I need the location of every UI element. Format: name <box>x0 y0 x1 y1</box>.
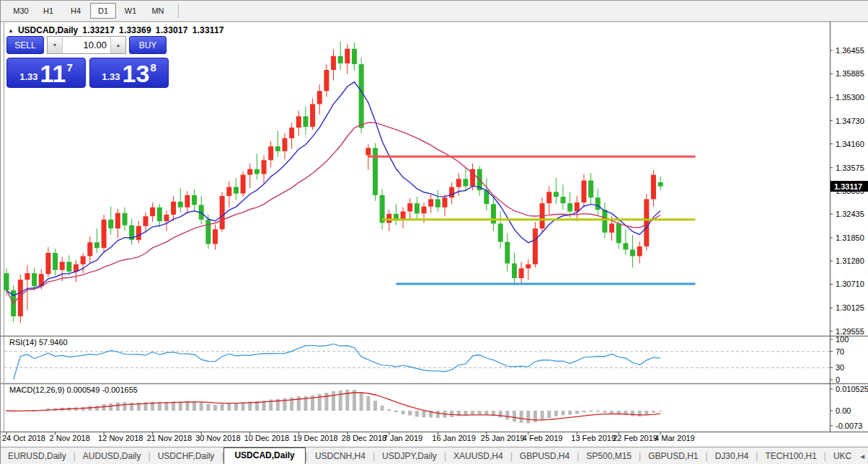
ohlc-open-value: 1.33217 <box>82 25 115 35</box>
svg-text:1.33575: 1.33575 <box>836 164 864 172</box>
svg-text:1.32435: 1.32435 <box>836 210 864 218</box>
svg-text:1.31280: 1.31280 <box>836 256 864 265</box>
svg-text:2 Nov 2018: 2 Nov 2018 <box>50 434 90 442</box>
svg-text:24 Oct 2018: 24 Oct 2018 <box>2 434 45 442</box>
svg-text:0: 0 <box>836 375 840 384</box>
svg-text:13 Feb 2019: 13 Feb 2019 <box>571 434 616 442</box>
svg-text:1.34730: 1.34730 <box>836 117 864 125</box>
sell-button[interactable]: SELL <box>6 36 44 54</box>
tabs-scroll-left-icon[interactable]: ◄ <box>859 452 866 460</box>
symbol-tab-bar: EURUSD,Daily|AUDUSD,Daily|USDCHF,Daily|U… <box>1 447 868 464</box>
timeframe-toolbar: M30H1H4D1W1MN <box>1 0 868 22</box>
rsi-label: RSI(14) 57.9460 <box>9 338 68 347</box>
volume-stepper: ▼ ▲ <box>47 36 126 54</box>
svg-text:4 Mar 2019: 4 Mar 2019 <box>655 434 695 442</box>
chart-tab-usdcad-daily[interactable]: USDCAD,Daily <box>223 447 305 464</box>
buy-quote-box[interactable]: 1.33 13 8 <box>89 58 169 88</box>
svg-text:0.00: 0.00 <box>836 406 851 415</box>
chart-tab-sp500-m15[interactable]: SP500,M15 <box>579 449 639 464</box>
buy-price-point: 8 <box>150 61 156 73</box>
timeframe-button-d1[interactable]: D1 <box>90 3 116 19</box>
svg-text:1.29555: 1.29555 <box>836 327 864 336</box>
timeframe-button-h1[interactable]: H1 <box>35 3 61 19</box>
svg-text:1.35885: 1.35885 <box>836 69 864 78</box>
ohlc-low-value: 1.33017 <box>156 25 188 35</box>
svg-text:1.31850: 1.31850 <box>836 233 864 242</box>
sell-quote-box[interactable]: 1.33 11 7 <box>6 58 86 88</box>
chart-tab-audusd-daily[interactable]: AUDUSD,Daily <box>76 449 149 464</box>
volume-decrease-icon[interactable]: ▼ <box>48 37 63 53</box>
collapse-chart-icon[interactable]: ▲ <box>8 27 14 34</box>
macd-label: MACD(12,26,9) 0.000549 -0.001655 <box>9 385 138 394</box>
timeframe-button-mn[interactable]: MN <box>145 3 171 19</box>
svg-text:4 Feb 2019: 4 Feb 2019 <box>523 434 563 442</box>
svg-text:1.36455: 1.36455 <box>836 46 864 55</box>
chart-tab-tech100-h1[interactable]: TECH100,H1 <box>758 449 823 464</box>
macd-indicator-panel[interactable]: MACD(12,26,9) 0.000549 -0.0016550.010525… <box>5 385 868 430</box>
chart-tab-xauusd-h4[interactable]: XAUUSD,H4 <box>446 449 510 464</box>
one-click-trade-panel: SELL ▼ ▲ BUY 1.33 11 7 1.33 13 8 <box>6 36 169 88</box>
svg-text:1.30710: 1.30710 <box>836 280 864 288</box>
chart-tab-gbpusd-h4[interactable]: GBPUSD,H4 <box>513 449 577 464</box>
svg-text:1.30125: 1.30125 <box>836 303 864 312</box>
timeframe-button-m30[interactable]: M30 <box>8 3 34 19</box>
svg-text:12 Nov 2018: 12 Nov 2018 <box>98 434 143 442</box>
svg-text:70: 70 <box>836 347 844 356</box>
volume-increase-icon[interactable]: ▲ <box>110 37 125 53</box>
svg-text:100: 100 <box>836 335 849 344</box>
chart-title-bar: ▲ USDCAD,Daily 1.33217 1.33369 1.33017 1… <box>8 25 224 35</box>
chart-tab-dj30-h4[interactable]: DJ30,H4 <box>708 449 756 464</box>
rsi-indicator-panel[interactable]: RSI(14) 57.946010070300 <box>4 335 849 384</box>
sell-price-pips: 11 <box>40 62 66 85</box>
ohlc-close-value: 1.33117 <box>192 25 224 35</box>
svg-text:1.35300: 1.35300 <box>836 93 864 102</box>
chart-symbol-label: USDCAD,Daily <box>18 25 78 35</box>
svg-text:10 Dec 2018: 10 Dec 2018 <box>244 434 289 442</box>
buy-button[interactable]: BUY <box>129 36 167 54</box>
svg-text:28 Dec 2018: 28 Dec 2018 <box>342 434 386 442</box>
sell-price-point: 7 <box>66 61 72 73</box>
ohlc-high-value: 1.33369 <box>119 25 151 35</box>
svg-text:21 Nov 2018: 21 Nov 2018 <box>147 434 192 442</box>
chart-tab-usdjpy-daily[interactable]: USDJPY,Daily <box>375 449 444 464</box>
date-axis: 24 Oct 20182 Nov 201812 Nov 201821 Nov 2… <box>2 432 695 443</box>
svg-text:0.010525: 0.010525 <box>836 385 868 393</box>
chart-tab-ukc[interactable]: UKC <box>826 449 859 464</box>
volume-input[interactable] <box>63 37 110 53</box>
toolbar-divider <box>178 4 179 18</box>
buy-price-pips: 13 <box>123 62 150 85</box>
svg-text:19 Dec 2018: 19 Dec 2018 <box>293 434 337 442</box>
buy-price-prefix: 1.33 <box>102 71 120 82</box>
price-axis: 1.364551.358851.353001.347301.341601.335… <box>830 46 868 335</box>
svg-text:1.34160: 1.34160 <box>836 140 864 148</box>
svg-text:30: 30 <box>836 363 844 372</box>
chart-window: 1.364551.358851.353001.347301.341601.335… <box>1 22 868 447</box>
svg-text:25 Jan 2019: 25 Jan 2019 <box>481 434 525 442</box>
chart-tab-gbpusd-h1[interactable]: GBPUSD,H1 <box>641 449 705 464</box>
sell-price-prefix: 1.33 <box>19 71 37 82</box>
svg-text:30 Nov 2018: 30 Nov 2018 <box>195 434 240 442</box>
chart-tab-usdcnh-h4[interactable]: USDCNH,H4 <box>308 449 373 464</box>
svg-text:-0.0073: -0.0073 <box>836 421 862 430</box>
svg-text:16 Jan 2019: 16 Jan 2019 <box>432 434 476 442</box>
svg-text:1.33117: 1.33117 <box>834 182 862 191</box>
timeframe-button-w1[interactable]: W1 <box>118 3 143 19</box>
svg-text:7 Jan 2019: 7 Jan 2019 <box>384 434 422 442</box>
chart-tab-eurusd-daily[interactable]: EURUSD,Daily <box>1 449 74 464</box>
trading-terminal-window: { "toolbar": { "timeframes": ["M30", "H1… <box>0 0 868 464</box>
tab-scroll-controls: ◄► <box>859 452 868 464</box>
chart-tab-usdchf-daily[interactable]: USDCHF,Daily <box>151 449 222 464</box>
timeframe-button-h4[interactable]: H4 <box>63 3 89 19</box>
svg-text:22 Feb 2019: 22 Feb 2019 <box>613 434 657 442</box>
